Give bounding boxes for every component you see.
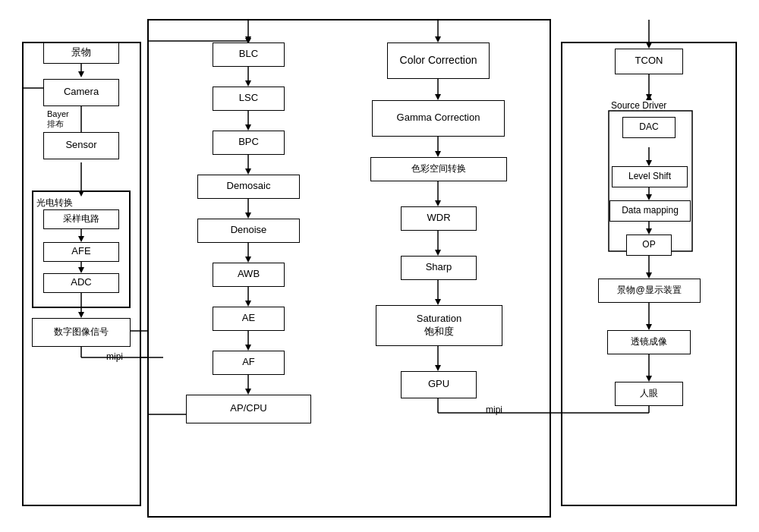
- svg-marker-22: [245, 80, 251, 87]
- svg-rect-2: [562, 42, 736, 505]
- svg-marker-65: [646, 272, 652, 279]
- box-camera: Camera: [43, 79, 119, 106]
- box-op: OP: [626, 235, 672, 256]
- label-bayer: Bayer排布: [47, 109, 69, 130]
- svg-marker-30: [245, 257, 251, 263]
- svg-marker-6: [78, 71, 84, 77]
- box-renyan: 人眼: [615, 382, 683, 406]
- svg-marker-34: [245, 345, 251, 351]
- svg-marker-39: [435, 36, 441, 42]
- svg-marker-59: [646, 160, 652, 166]
- label-guangdian: 光电转换: [36, 197, 73, 209]
- box-gpu: GPU: [401, 371, 477, 398]
- box-blc: BLC: [213, 42, 285, 67]
- svg-marker-20: [245, 36, 251, 42]
- label-mipi-col3: mipi: [486, 405, 502, 415]
- box-adc: ADC: [43, 273, 119, 293]
- svg-marker-63: [646, 228, 652, 235]
- svg-marker-61: [646, 194, 652, 200]
- diagram: 景物 Camera Bayer排布 Sensor 光电转换 采样电路 AFE A…: [15, 12, 744, 521]
- box-toujenging: 透镜成像: [607, 330, 691, 354]
- svg-marker-49: [435, 299, 441, 305]
- box-afe: AFE: [43, 242, 119, 262]
- svg-marker-67: [646, 324, 652, 330]
- box-color-correction: Color Correction: [387, 42, 490, 79]
- box-awb: AWB: [213, 263, 285, 287]
- svg-marker-73: [646, 94, 652, 100]
- box-shuzituxiang: 数字图像信号: [32, 318, 131, 347]
- box-jingwu-display: 景物@显示装置: [598, 279, 701, 303]
- svg-marker-69: [646, 376, 652, 382]
- box-jingwu: 景物: [43, 42, 119, 64]
- svg-marker-26: [245, 168, 251, 175]
- svg-marker-36: [245, 389, 251, 395]
- box-apcpu: AP/CPU: [186, 395, 311, 423]
- label-mipi-col1: mipi: [106, 351, 123, 362]
- box-sensor: Sensor: [43, 132, 119, 159]
- svg-marker-51: [435, 365, 441, 371]
- box-caiyangdianlu: 采样电路: [43, 209, 119, 229]
- box-bpc: BPC: [213, 131, 285, 155]
- box-dac: DAC: [622, 117, 676, 138]
- box-wdr: WDR: [401, 206, 477, 231]
- box-saturation: Saturation饱和度: [376, 305, 502, 346]
- svg-marker-32: [245, 301, 251, 307]
- svg-marker-28: [245, 212, 251, 219]
- box-gamma-correction: Gamma Correction: [372, 100, 505, 137]
- svg-rect-1: [148, 20, 550, 517]
- label-source-driver: Source Driver: [611, 100, 666, 111]
- box-tcon: TCON: [615, 49, 683, 74]
- box-af: AF: [213, 351, 285, 375]
- box-demosaic: Demosaic: [197, 175, 300, 199]
- box-lsc: LSC: [213, 87, 285, 111]
- box-denoise: Denoise: [197, 219, 300, 243]
- svg-marker-43: [435, 151, 441, 157]
- svg-marker-41: [435, 94, 441, 100]
- box-level-shift: Level Shift: [612, 166, 688, 187]
- svg-marker-55: [646, 42, 652, 49]
- svg-marker-16: [78, 312, 84, 318]
- box-data-mapping: Data mapping: [609, 200, 691, 222]
- box-secikongjian: 色彩空间转换: [370, 157, 507, 181]
- box-sharp: Sharp: [401, 256, 477, 280]
- svg-marker-47: [435, 250, 441, 256]
- svg-marker-24: [245, 124, 251, 131]
- box-ae: AE: [213, 307, 285, 331]
- svg-marker-45: [435, 200, 441, 206]
- svg-marker-57: [646, 94, 652, 100]
